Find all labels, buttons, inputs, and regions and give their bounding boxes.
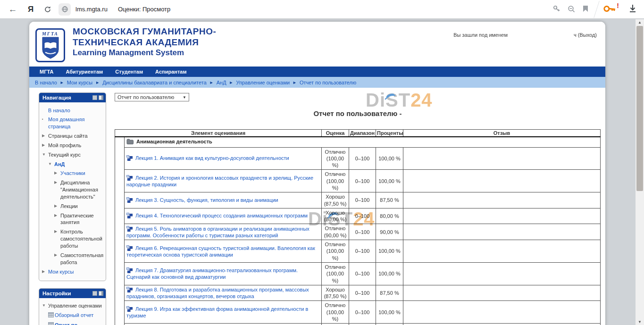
grade-item-link[interactable]: Лекция 9. Игра как эффективная форма ани… bbox=[126, 306, 308, 318]
block-hide-icon[interactable] bbox=[92, 291, 97, 296]
page-background: МГТА МОСКОВСКАЯ ГУМАНИТАРНО- ТЕХНИЧЕСКАЯ… bbox=[0, 19, 644, 325]
range-cell: 0–100 bbox=[349, 224, 376, 240]
tree-expanded-icon[interactable]: ▼ bbox=[42, 151, 48, 158]
tree-collapsed-icon[interactable]: ▶ bbox=[54, 170, 60, 176]
breadcrumb-separator: ► bbox=[209, 80, 214, 85]
breadcrumb-item[interactable]: Дисциплины бакалавриата и специалитета bbox=[102, 80, 207, 85]
folder-icon bbox=[126, 139, 134, 144]
sidebar-item[interactable]: ▶Страницы сайта bbox=[42, 132, 104, 141]
downloads-icon[interactable] bbox=[628, 4, 637, 14]
grade-row: Лекция 2. История и хронология массовых … bbox=[115, 170, 601, 192]
logout-link[interactable]: ч (Выход) bbox=[574, 32, 597, 38]
sidebar-item[interactable]: В начало bbox=[42, 106, 104, 115]
grade-item-link[interactable]: Лекция 3. Сущность, функция, типология и… bbox=[135, 197, 278, 203]
nav-item-mgta[interactable]: МГТА bbox=[40, 69, 53, 75]
grade-cell: Отлично(100,00 %) bbox=[322, 170, 349, 192]
sidebar-item[interactable]: ▶Лекции bbox=[42, 201, 104, 211]
grade-row: Лекция 4. Технологический процесс создан… bbox=[115, 208, 601, 224]
page-scrollbar[interactable]: ▲ ▼ bbox=[636, 19, 644, 325]
address-bar-edge bbox=[594, 0, 600, 17]
refresh-icon[interactable] bbox=[42, 3, 54, 16]
grade-cell: Отлично(90,00 %) bbox=[322, 224, 349, 240]
sidebar-item[interactable]: ▼Управление оценками bbox=[42, 301, 104, 311]
report-select-value: Отчет по пользователю bbox=[117, 94, 174, 100]
protect-key-icon[interactable] bbox=[553, 5, 560, 13]
sidebar-item-label: Текущий курс bbox=[48, 151, 81, 158]
sidebar-item-label: Страницы сайта bbox=[48, 133, 88, 140]
lesson-icon bbox=[126, 245, 133, 251]
report-type-select[interactable]: Отчет по пользователю ▼ bbox=[115, 93, 189, 101]
grade-item-cell: Лекция 5. Роль аниматоров в организации … bbox=[125, 224, 322, 240]
sidebar-item[interactable]: ▶Практические занятия bbox=[42, 211, 104, 227]
scroll-down-icon[interactable]: ▼ bbox=[636, 320, 644, 324]
sidebar-item-label: Практические занятия bbox=[60, 212, 104, 226]
yandex-logo-icon[interactable]: Я bbox=[25, 3, 37, 16]
grade-item-cell: Лекция 8. Подготовка и разработка анимац… bbox=[125, 285, 322, 301]
sidebar-item[interactable]: Обзорный отчет bbox=[42, 311, 104, 321]
tree-collapsed-icon[interactable]: ▶ bbox=[54, 212, 60, 218]
tree-collapsed-icon[interactable]: ▶ bbox=[54, 203, 60, 209]
nav-item-studentam[interactable]: Студентам bbox=[115, 69, 143, 75]
grade-item-link[interactable]: Лекция 4. Технологический процесс создан… bbox=[135, 213, 308, 218]
grade-item-link[interactable]: Лекция 8. Подготовка и разработка анимац… bbox=[126, 287, 309, 299]
tree-expanded-icon[interactable]: ▼ bbox=[42, 302, 48, 308]
sidebar-item[interactable]: ▶Самостоятельная работа bbox=[42, 250, 104, 267]
nav-item-abiturientam[interactable]: Абитуриентам bbox=[66, 69, 103, 75]
sidebar-item[interactable]: ▪Моя домашняя страница bbox=[42, 115, 104, 132]
zoom-find-icon[interactable] bbox=[568, 5, 575, 14]
password-alert-icon[interactable]: ! bbox=[604, 3, 618, 16]
block-dock-icon[interactable] bbox=[99, 291, 103, 296]
breadcrumb-item[interactable]: В начало bbox=[35, 80, 57, 85]
sidebar-item[interactable]: ▶Дисциплина "Анимационная деятельность" bbox=[42, 178, 104, 202]
breadcrumb-item[interactable]: АнД bbox=[217, 80, 226, 85]
grade-item-link[interactable]: Лекция 1. Анимация как вид культурно-дос… bbox=[135, 155, 289, 161]
sidebar-item[interactable]: Отчет по пользователю bbox=[42, 321, 104, 325]
grade-item-link[interactable]: Лекция 6. Рекреационная сущность туристс… bbox=[126, 245, 315, 258]
tree-expanded-icon[interactable]: ▼ bbox=[48, 161, 54, 167]
breadcrumb-item[interactable]: Управление оценками bbox=[236, 80, 290, 85]
sidebar-item[interactable]: ▶Мои курсы bbox=[42, 267, 104, 276]
sidebar-item[interactable]: ▶Мой профиль bbox=[42, 141, 104, 150]
url-text[interactable]: lms.mgta.ru bbox=[75, 6, 108, 13]
block-hide-icon[interactable] bbox=[92, 95, 97, 100]
bookmark-icon[interactable] bbox=[583, 5, 588, 13]
sidebar-item-label: Контроль самостоятельной работы bbox=[60, 228, 104, 250]
sidebar-item[interactable]: ▶Участники bbox=[42, 169, 104, 178]
tree-collapsed-icon[interactable]: ▶ bbox=[42, 133, 48, 139]
grade-item-link[interactable]: Лекция 5. Роль аниматоров в организации … bbox=[126, 226, 309, 238]
grade-row: Лекция 5. Роль аниматоров в организации … bbox=[115, 224, 601, 240]
breadcrumb-item[interactable]: Мои курсы bbox=[67, 80, 92, 85]
tree-collapsed-icon[interactable]: ▶ bbox=[54, 228, 60, 234]
tree-collapsed-icon[interactable]: ▶ bbox=[42, 268, 48, 275]
site-card: МГТА МОСКОВСКАЯ ГУМАНИТАРНО- ТЕХНИЧЕСКАЯ… bbox=[29, 22, 605, 325]
scroll-up-icon[interactable]: ▲ bbox=[636, 20, 644, 25]
sidebar-item[interactable]: ▶Контроль самостоятельной работы bbox=[42, 227, 104, 251]
breadcrumb-item[interactable]: Отчет по пользователю bbox=[300, 80, 356, 85]
grade-row: Лекция 9. Игра как эффективная форма ани… bbox=[115, 301, 601, 324]
logo-abbr-text: МГТА bbox=[42, 31, 59, 36]
tree-collapsed-icon[interactable]: ▶ bbox=[54, 252, 60, 258]
grade-cell: Отлично(100,00 %) bbox=[322, 147, 349, 170]
grade-item-link[interactable]: Лекция 2. История и хронология массовых … bbox=[126, 175, 313, 187]
grade-item-cell: Лекция 7. Драматургия анимационно-театра… bbox=[125, 262, 322, 285]
sidebar-item-label: Управление оценками bbox=[48, 302, 102, 309]
feedback-cell bbox=[403, 301, 601, 324]
indent-spacer-cell bbox=[115, 137, 125, 325]
scrollbar-thumb[interactable] bbox=[636, 26, 643, 191]
org-title-line2: ТЕХНИЧЕСКАЯ АКАДЕМИЯ bbox=[73, 37, 216, 48]
grade-item-link[interactable]: Лекция 7. Драматургия анимационно-театра… bbox=[126, 267, 298, 280]
sidebar-item[interactable]: ▼АнД bbox=[42, 159, 104, 169]
tree-collapsed-icon[interactable]: ▶ bbox=[42, 142, 48, 148]
settings-block-title: Настройки bbox=[42, 291, 71, 296]
block-dock-icon[interactable] bbox=[99, 95, 103, 100]
feedback-cell bbox=[403, 285, 601, 301]
report-table-icon bbox=[48, 322, 54, 325]
tree-collapsed-icon[interactable]: ▶ bbox=[54, 179, 60, 185]
nav-item-aspirantam[interactable]: Аспирантам bbox=[155, 69, 186, 75]
sidebar-item[interactable]: ▼Текущий курс bbox=[42, 150, 104, 159]
back-icon[interactable]: ← bbox=[7, 3, 19, 16]
address-bar[interactable]: lms.mgta.ru Оценки: Просмотр bbox=[58, 2, 644, 17]
report-table-icon bbox=[48, 312, 54, 317]
sidebar-item-label: Отчет по пользователю bbox=[55, 322, 104, 325]
percent-cell: 87,50 % bbox=[376, 192, 403, 208]
